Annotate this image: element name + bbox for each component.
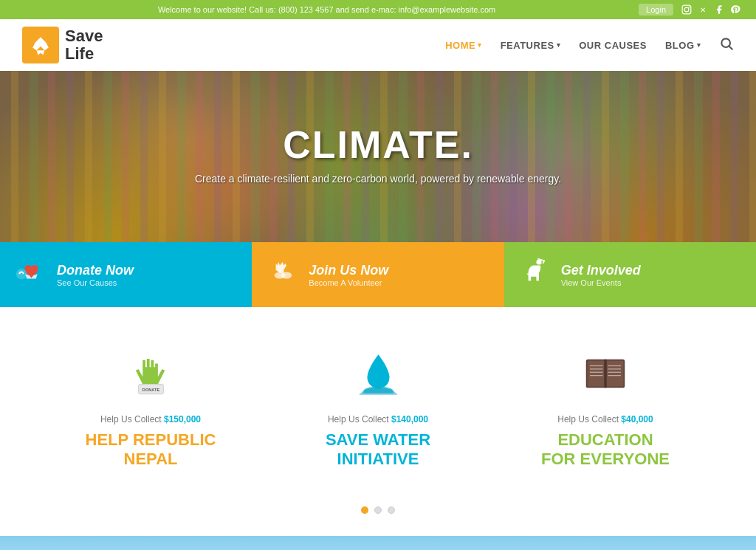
logo-life: Life <box>65 45 103 63</box>
carousel-dot-1[interactable] <box>361 506 368 514</box>
heart-hand-icon <box>15 255 48 294</box>
involve-title: Get Involved <box>561 263 641 278</box>
search-button[interactable] <box>719 36 734 55</box>
book-icon <box>502 344 709 403</box>
svg-point-2 <box>688 7 690 8</box>
join-sub: Become a Volunteer <box>309 278 388 287</box>
logo-icon <box>22 27 59 63</box>
login-button[interactable]: Login <box>639 4 673 16</box>
carousel-dot-3[interactable] <box>388 506 395 514</box>
cause-card-water: Help Us Collect $140,000 SAVE WATER INIT… <box>275 344 481 470</box>
cause-collect-water: Help Us Collect $140,000 <box>275 414 481 424</box>
nav-features[interactable]: FEATURES ▾ <box>501 40 561 51</box>
hero-section: CLIMATE. Create a climate-resilient and … <box>0 71 756 307</box>
donate-now-button[interactable]: Donate Now See our Causes <box>0 242 252 307</box>
main-nav: HOME ▾ FEATURES ▾ OUR CAUSES BLOG ▾ <box>445 36 734 55</box>
top-bar-message: Welcome to our website! Call us: (800) 1… <box>15 5 639 14</box>
donate-sub: See our Causes <box>57 278 134 287</box>
svg-point-7 <box>281 272 292 279</box>
hero-content: CLIMATE. Create a climate-resilient and … <box>0 71 756 185</box>
carousel-dots <box>0 492 756 536</box>
logo[interactable]: Save Life <box>22 27 103 63</box>
hero-subtitle: Create a climate-resilient and zero-carb… <box>0 173 756 185</box>
header: Save Life HOME ▾ FEATURES ▾ OUR CAUSES B… <box>0 19 756 71</box>
svg-rect-0 <box>682 5 691 14</box>
svg-point-5 <box>16 269 27 279</box>
nav-blog[interactable]: BLOG ▾ <box>665 40 701 51</box>
logo-save: Save <box>65 27 103 45</box>
svg-line-4 <box>729 46 733 49</box>
donate-title: Donate Now <box>57 263 134 278</box>
hands-icon <box>267 255 300 294</box>
involve-sub: View our Events <box>561 278 641 287</box>
hero-title: CLIMATE. <box>0 123 756 167</box>
facebook-icon[interactable] <box>713 4 725 16</box>
water-icon <box>275 344 481 403</box>
svg-point-3 <box>721 38 730 47</box>
involve-btn-text: Get Involved View our Events <box>561 263 641 287</box>
cause-collect-nepal: Help Us Collect $150,000 <box>47 414 254 424</box>
pinterest-icon[interactable] <box>729 4 741 16</box>
join-title: Join Us now <box>309 263 388 278</box>
top-bar: Welcome to our website! Call us: (800) 1… <box>0 0 756 19</box>
carousel-dot-2[interactable] <box>374 506 382 514</box>
instagram-icon[interactable] <box>681 4 693 16</box>
cause-card-nepal: DONATE Help Us Collect $150,000 HELP REP… <box>47 344 254 470</box>
chevron-down-icon: ▾ <box>697 41 701 49</box>
logo-text: Save Life <box>65 27 103 63</box>
svg-point-9 <box>526 272 529 275</box>
social-icons: ✕ <box>681 4 741 16</box>
donate-btn-text: Donate Now See our Causes <box>57 263 134 287</box>
cause-title-education: EDUCATION FOR EVERYONE <box>502 430 709 470</box>
sky-strip <box>0 536 756 550</box>
svg-point-1 <box>684 7 689 12</box>
svg-rect-13 <box>588 361 605 387</box>
twitter-icon[interactable]: ✕ <box>697 4 709 16</box>
cause-card-education: Help Us Collect $40,000 EDUCATION FOR EV… <box>502 344 709 470</box>
cause-collect-education: Help Us Collect $40,000 <box>502 414 709 424</box>
donate-icon: DONATE <box>47 344 254 403</box>
join-btn-text: Join Us now Become a Volunteer <box>309 263 388 287</box>
chevron-down-icon: ▾ <box>478 41 482 49</box>
nav-home[interactable]: HOME ▾ <box>445 40 482 51</box>
svg-rect-14 <box>606 361 624 387</box>
svg-text:DONATE: DONATE <box>142 387 159 391</box>
cause-title-nepal: HELP REPUBLIC NEPAL <box>47 430 254 470</box>
cause-title-water: SAVE WATER INITIATIVE <box>275 430 481 470</box>
top-bar-right: Login ✕ <box>639 4 741 16</box>
chevron-down-icon: ▾ <box>557 41 561 49</box>
svg-rect-23 <box>604 360 607 388</box>
get-involved-button[interactable]: Get Involved View our Events <box>504 242 756 307</box>
causes-section: DONATE Help Us Collect $150,000 HELP REP… <box>0 307 756 492</box>
join-us-button[interactable]: Join Us now Become a Volunteer <box>252 242 504 307</box>
nav-our-causes[interactable]: OUR CAUSES <box>579 40 647 51</box>
cta-row: Donate Now See our Causes Join Us now Be… <box>0 242 756 307</box>
dog-icon <box>519 255 552 294</box>
